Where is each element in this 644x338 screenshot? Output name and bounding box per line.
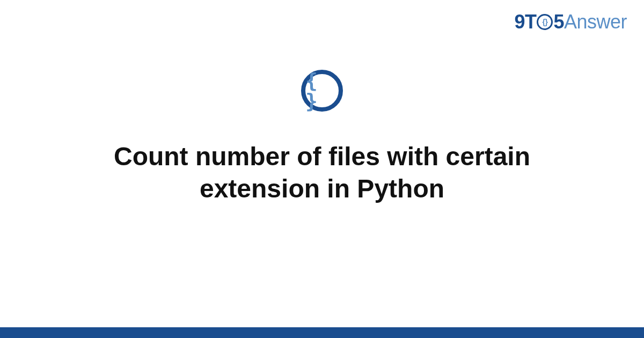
logo-o-circle: {} <box>537 14 553 30</box>
site-logo: 9T {} 5 Answer <box>514 11 627 33</box>
logo-text-5: 5 <box>553 11 564 33</box>
logo-o-braces-icon: {} <box>542 18 547 26</box>
footer-bar <box>0 327 644 338</box>
page-title: Count number of files with certain exten… <box>64 141 580 205</box>
braces-glyph: { } <box>305 70 339 111</box>
code-braces-icon: { } <box>301 70 343 112</box>
logo-text-9t: 9T <box>514 11 536 33</box>
main-content: { } Count number of files with certain e… <box>0 70 644 205</box>
logo-text-answer: Answer <box>564 11 627 33</box>
